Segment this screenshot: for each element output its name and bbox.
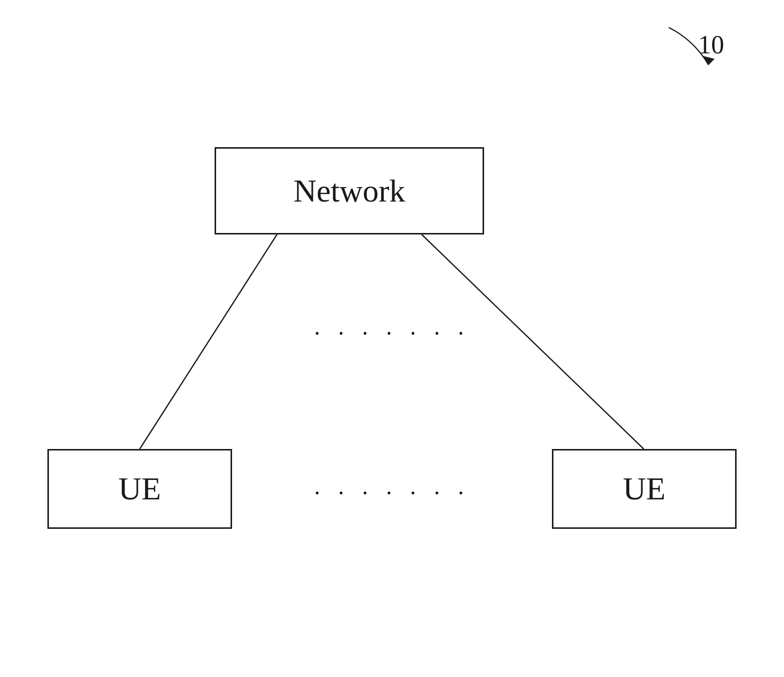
dots-vertical: · · · · · · · xyxy=(314,319,470,347)
dots-horizontal: · · · · · · · xyxy=(314,479,470,506)
ue-box-right: UE xyxy=(552,449,737,529)
ue-box-left: UE xyxy=(47,449,232,529)
network-box: Network xyxy=(215,147,484,234)
svg-line-1 xyxy=(140,234,277,449)
ue-left-label: UE xyxy=(118,470,161,507)
network-label: Network xyxy=(293,173,405,210)
diagram-container: 10 Network · · · · · · · UE · · · · · · … xyxy=(0,0,784,677)
ue-right-label: UE xyxy=(623,470,665,507)
figure-label: 10 xyxy=(698,30,724,59)
